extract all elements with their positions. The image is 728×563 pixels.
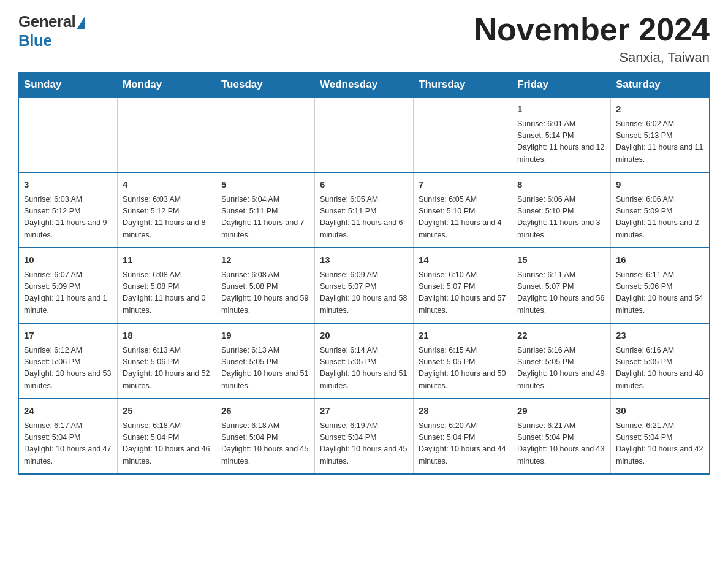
calendar-cell: 18Sunrise: 6:13 AMSunset: 5:06 PMDayligh… bbox=[118, 323, 216, 399]
day-number: 19 bbox=[221, 329, 309, 343]
calendar-cell: 4Sunrise: 6:03 AMSunset: 5:12 PMDaylight… bbox=[118, 172, 216, 248]
day-number: 18 bbox=[123, 329, 211, 343]
calendar-cell: 19Sunrise: 6:13 AMSunset: 5:05 PMDayligh… bbox=[216, 323, 315, 399]
day-info: Sunrise: 6:12 AMSunset: 5:06 PMDaylight:… bbox=[24, 345, 112, 393]
month-title: November 2024 bbox=[474, 12, 710, 47]
day-number: 12 bbox=[221, 253, 309, 267]
calendar-cell: 30Sunrise: 6:21 AMSunset: 5:04 PMDayligh… bbox=[611, 399, 710, 474]
page-header: General Blue November 2024 Sanxia, Taiwa… bbox=[18, 12, 710, 66]
weekday-header-friday: Friday bbox=[512, 72, 611, 98]
calendar-week-row: 1Sunrise: 6:01 AMSunset: 5:14 PMDaylight… bbox=[19, 98, 710, 173]
calendar-week-row: 24Sunrise: 6:17 AMSunset: 5:04 PMDayligh… bbox=[19, 399, 710, 474]
day-info: Sunrise: 6:15 AMSunset: 5:05 PMDaylight:… bbox=[419, 345, 507, 393]
day-number: 1 bbox=[517, 102, 605, 117]
day-number: 22 bbox=[517, 329, 605, 343]
day-info: Sunrise: 6:11 AMSunset: 5:07 PMDaylight:… bbox=[517, 269, 605, 317]
day-info: Sunrise: 6:04 AMSunset: 5:11 PMDaylight:… bbox=[221, 194, 309, 242]
calendar-cell: 10Sunrise: 6:07 AMSunset: 5:09 PMDayligh… bbox=[19, 248, 118, 323]
calendar-cell: 16Sunrise: 6:11 AMSunset: 5:06 PMDayligh… bbox=[611, 248, 710, 323]
day-info: Sunrise: 6:13 AMSunset: 5:05 PMDaylight:… bbox=[221, 345, 309, 393]
calendar-header: SundayMondayTuesdayWednesdayThursdayFrid… bbox=[19, 72, 710, 98]
day-info: Sunrise: 6:17 AMSunset: 5:04 PMDaylight:… bbox=[24, 420, 112, 468]
day-number: 3 bbox=[24, 178, 112, 192]
day-info: Sunrise: 6:14 AMSunset: 5:05 PMDaylight:… bbox=[320, 345, 408, 393]
calendar-cell bbox=[19, 98, 118, 173]
day-info: Sunrise: 6:09 AMSunset: 5:07 PMDaylight:… bbox=[320, 269, 408, 317]
day-info: Sunrise: 6:16 AMSunset: 5:05 PMDaylight:… bbox=[616, 345, 704, 393]
day-number: 16 bbox=[616, 253, 704, 267]
day-info: Sunrise: 6:02 AMSunset: 5:13 PMDaylight:… bbox=[616, 118, 704, 166]
calendar-cell: 15Sunrise: 6:11 AMSunset: 5:07 PMDayligh… bbox=[512, 248, 611, 323]
day-info: Sunrise: 6:21 AMSunset: 5:04 PMDaylight:… bbox=[517, 420, 605, 468]
day-number: 9 bbox=[616, 178, 704, 192]
calendar-cell bbox=[414, 98, 512, 173]
calendar-cell: 11Sunrise: 6:08 AMSunset: 5:08 PMDayligh… bbox=[118, 248, 216, 323]
calendar-cell bbox=[216, 98, 315, 173]
logo-blue-text: Blue bbox=[18, 31, 51, 50]
day-number: 24 bbox=[24, 404, 112, 418]
calendar-cell: 2Sunrise: 6:02 AMSunset: 5:13 PMDaylight… bbox=[611, 98, 710, 173]
day-info: Sunrise: 6:10 AMSunset: 5:07 PMDaylight:… bbox=[419, 269, 507, 317]
day-info: Sunrise: 6:06 AMSunset: 5:09 PMDaylight:… bbox=[616, 194, 704, 242]
calendar-cell bbox=[315, 98, 414, 173]
calendar-cell: 24Sunrise: 6:17 AMSunset: 5:04 PMDayligh… bbox=[19, 399, 118, 474]
day-info: Sunrise: 6:06 AMSunset: 5:10 PMDaylight:… bbox=[517, 194, 605, 242]
weekday-header-wednesday: Wednesday bbox=[315, 72, 414, 98]
day-info: Sunrise: 6:07 AMSunset: 5:09 PMDaylight:… bbox=[24, 269, 112, 317]
day-number: 27 bbox=[320, 404, 408, 418]
calendar-week-row: 3Sunrise: 6:03 AMSunset: 5:12 PMDaylight… bbox=[19, 172, 710, 248]
calendar-cell: 1Sunrise: 6:01 AMSunset: 5:14 PMDaylight… bbox=[512, 98, 611, 173]
day-number: 2 bbox=[616, 102, 704, 117]
day-number: 7 bbox=[419, 178, 507, 192]
day-number: 8 bbox=[517, 178, 605, 192]
day-number: 20 bbox=[320, 329, 408, 343]
day-number: 30 bbox=[616, 404, 704, 418]
day-number: 11 bbox=[123, 253, 211, 267]
day-info: Sunrise: 6:13 AMSunset: 5:06 PMDaylight:… bbox=[123, 345, 211, 393]
calendar-cell: 3Sunrise: 6:03 AMSunset: 5:12 PMDaylight… bbox=[19, 172, 118, 248]
calendar-cell: 9Sunrise: 6:06 AMSunset: 5:09 PMDaylight… bbox=[611, 172, 710, 248]
day-number: 29 bbox=[517, 404, 605, 418]
calendar-cell: 23Sunrise: 6:16 AMSunset: 5:05 PMDayligh… bbox=[611, 323, 710, 399]
day-number: 21 bbox=[419, 329, 507, 343]
weekday-header-tuesday: Tuesday bbox=[216, 72, 315, 98]
logo-triangle-icon bbox=[77, 16, 85, 29]
calendar-cell: 22Sunrise: 6:16 AMSunset: 5:05 PMDayligh… bbox=[512, 323, 611, 399]
day-number: 6 bbox=[320, 178, 408, 192]
day-number: 25 bbox=[123, 404, 211, 418]
logo-general-text: General bbox=[18, 12, 75, 31]
calendar-cell: 6Sunrise: 6:05 AMSunset: 5:11 PMDaylight… bbox=[315, 172, 414, 248]
calendar-cell: 28Sunrise: 6:20 AMSunset: 5:04 PMDayligh… bbox=[414, 399, 512, 474]
weekday-header-sunday: Sunday bbox=[19, 72, 118, 98]
logo: General Blue bbox=[18, 12, 85, 50]
calendar-cell: 26Sunrise: 6:18 AMSunset: 5:04 PMDayligh… bbox=[216, 399, 315, 474]
day-number: 28 bbox=[419, 404, 507, 418]
title-block: November 2024 Sanxia, Taiwan bbox=[474, 12, 710, 66]
calendar-week-row: 10Sunrise: 6:07 AMSunset: 5:09 PMDayligh… bbox=[19, 248, 710, 323]
day-number: 17 bbox=[24, 329, 112, 343]
day-info: Sunrise: 6:16 AMSunset: 5:05 PMDaylight:… bbox=[517, 345, 605, 393]
calendar-body: 1Sunrise: 6:01 AMSunset: 5:14 PMDaylight… bbox=[19, 98, 710, 475]
day-info: Sunrise: 6:03 AMSunset: 5:12 PMDaylight:… bbox=[123, 194, 211, 242]
day-number: 14 bbox=[419, 253, 507, 267]
day-number: 23 bbox=[616, 329, 704, 343]
day-number: 4 bbox=[123, 178, 211, 192]
day-info: Sunrise: 6:05 AMSunset: 5:10 PMDaylight:… bbox=[419, 194, 507, 242]
weekday-header-thursday: Thursday bbox=[414, 72, 512, 98]
day-info: Sunrise: 6:05 AMSunset: 5:11 PMDaylight:… bbox=[320, 194, 408, 242]
weekday-header-row: SundayMondayTuesdayWednesdayThursdayFrid… bbox=[19, 72, 710, 98]
calendar-cell: 5Sunrise: 6:04 AMSunset: 5:11 PMDaylight… bbox=[216, 172, 315, 248]
calendar-cell: 27Sunrise: 6:19 AMSunset: 5:04 PMDayligh… bbox=[315, 399, 414, 474]
weekday-header-monday: Monday bbox=[118, 72, 216, 98]
calendar-cell: 17Sunrise: 6:12 AMSunset: 5:06 PMDayligh… bbox=[19, 323, 118, 399]
calendar-week-row: 17Sunrise: 6:12 AMSunset: 5:06 PMDayligh… bbox=[19, 323, 710, 399]
calendar-cell: 8Sunrise: 6:06 AMSunset: 5:10 PMDaylight… bbox=[512, 172, 611, 248]
day-info: Sunrise: 6:18 AMSunset: 5:04 PMDaylight:… bbox=[221, 420, 309, 468]
calendar-cell: 25Sunrise: 6:18 AMSunset: 5:04 PMDayligh… bbox=[118, 399, 216, 474]
day-number: 5 bbox=[221, 178, 309, 192]
day-info: Sunrise: 6:08 AMSunset: 5:08 PMDaylight:… bbox=[221, 269, 309, 317]
calendar-cell: 7Sunrise: 6:05 AMSunset: 5:10 PMDaylight… bbox=[414, 172, 512, 248]
location: Sanxia, Taiwan bbox=[474, 50, 710, 66]
day-info: Sunrise: 6:08 AMSunset: 5:08 PMDaylight:… bbox=[123, 269, 211, 317]
calendar-table: SundayMondayTuesdayWednesdayThursdayFrid… bbox=[18, 72, 710, 475]
